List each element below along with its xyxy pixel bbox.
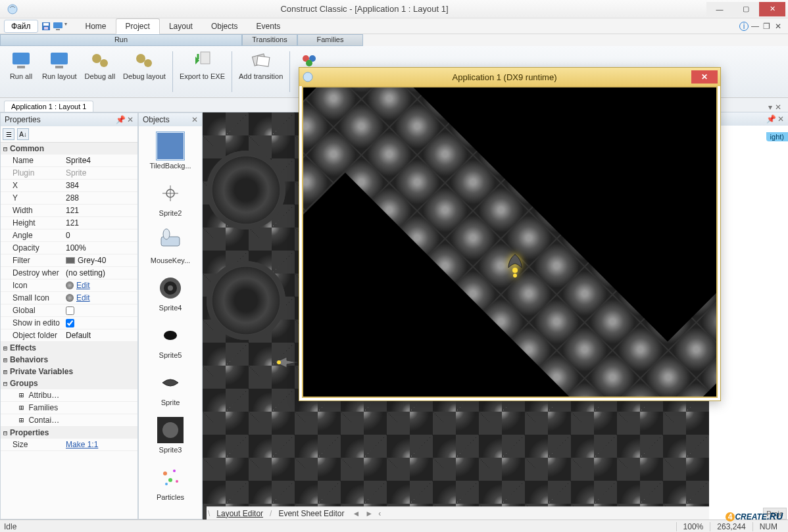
- sphere-icon: [66, 281, 74, 289]
- prop-showineditor-checkbox[interactable]: [66, 319, 74, 327]
- minimize-button[interactable]: —: [706, 2, 733, 16]
- svg-point-34: [173, 470, 176, 472]
- right-close-icon[interactable]: ✕: [777, 114, 784, 124]
- svg-point-12: [136, 54, 145, 63]
- runtime-close-button[interactable]: ✕: [691, 70, 718, 84]
- close-button[interactable]: ✕: [759, 2, 785, 16]
- properties-grid[interactable]: ⊟Common NameSprite4 PluginSprite X384 Y2…: [1, 143, 137, 519]
- prop-width-value[interactable]: 121: [63, 205, 137, 216]
- inner-minimize-icon[interactable]: —: [751, 22, 760, 31]
- svg-point-30: [164, 331, 177, 340]
- prop-filter-value[interactable]: Grey-40: [63, 254, 137, 266]
- prop-global-checkbox[interactable]: [66, 306, 74, 315]
- gears-icon: [89, 50, 111, 71]
- svg-point-39: [303, 72, 312, 82]
- prop-height-value[interactable]: 121: [63, 217, 137, 229]
- object-item-sprite2[interactable]: Sprite2: [140, 176, 201, 224]
- scroll-left-icon[interactable]: ‹: [376, 509, 383, 518]
- categorized-view-icon[interactable]: ☰: [3, 128, 14, 140]
- canvas-gear-sprite-1[interactable]: [207, 151, 285, 230]
- prop-opacity-value[interactable]: 100%: [63, 242, 137, 254]
- monitor-icon[interactable]: [53, 21, 63, 32]
- prop-y-value[interactable]: 288: [63, 192, 137, 204]
- tab-nav-left-icon[interactable]: ◄: [349, 509, 362, 518]
- canvas-ship-sprite[interactable]: [274, 354, 300, 370]
- status-coords: 263,244: [710, 522, 752, 531]
- prop-destroy-value[interactable]: (no setting): [63, 267, 137, 279]
- prop-size-link[interactable]: Make 1:1: [66, 440, 98, 449]
- tab-objects[interactable]: Objects: [202, 19, 247, 34]
- status-numlock: NUM: [752, 522, 784, 531]
- objects-panel: Objects ✕ TiledBackg... Sprite2 MouseKey…: [138, 112, 203, 520]
- svg-point-40: [512, 268, 518, 273]
- ribbon-group-transitions: Transitions: [242, 34, 297, 46]
- svg-point-26: [163, 229, 170, 239]
- svg-rect-3: [44, 27, 48, 30]
- doctab-close-icon[interactable]: ✕: [775, 103, 781, 112]
- export-icon: [191, 50, 212, 71]
- tab-layout[interactable]: Layout: [160, 19, 202, 34]
- statusbar: Idle 100% 263,244 NUM: [0, 520, 788, 532]
- prop-icon-value[interactable]: Edit: [63, 279, 137, 291]
- debug-all-button[interactable]: Debug all: [81, 49, 119, 95]
- svg-point-37: [165, 483, 168, 485]
- alphabetical-view-icon[interactable]: A↓: [17, 128, 29, 140]
- object-item-sprite3[interactable]: Sprite3: [140, 413, 201, 460]
- objects-close-icon[interactable]: ✕: [191, 115, 198, 124]
- runtime-titlebar[interactable]: Application 1 (DX9 runtime) ✕: [299, 68, 720, 86]
- doctab-dropdown-icon[interactable]: ▾: [768, 103, 772, 112]
- prop-x-value[interactable]: 384: [63, 180, 137, 191]
- svg-point-36: [176, 480, 178, 483]
- ribbon-group-families: Families: [297, 34, 363, 46]
- object-item-tiledbackground[interactable]: TiledBackg...: [140, 129, 201, 176]
- object-item-sprite[interactable]: Sprite: [140, 366, 201, 413]
- add-transition-button[interactable]: Add transition: [235, 49, 287, 95]
- object-item-mousekeyboard[interactable]: MouseKey...: [140, 224, 201, 271]
- tab-nav-right-icon[interactable]: ►: [362, 509, 376, 518]
- help-icon[interactable]: i: [739, 22, 749, 31]
- titlebar: Construct Classic - [Application 1 : Lay…: [0, 0, 788, 18]
- svg-point-33: [163, 472, 167, 475]
- runtime-window[interactable]: Application 1 (DX9 runtime) ✕: [299, 67, 721, 401]
- save-icon[interactable]: [41, 21, 51, 32]
- object-item-sprite4[interactable]: Sprite4: [140, 271, 201, 318]
- tab-home[interactable]: Home: [76, 19, 116, 34]
- prop-angle-value[interactable]: 0: [63, 230, 137, 241]
- run-all-button[interactable]: Run all: [4, 49, 38, 95]
- maximize-button[interactable]: ▢: [733, 2, 759, 16]
- gears-layout-icon: [134, 50, 155, 71]
- app-icon: [7, 3, 18, 15]
- svg-point-10: [92, 54, 101, 63]
- run-layout-button[interactable]: Run layout: [38, 49, 81, 95]
- doc-tab-layout[interactable]: Application 1 : Layout 1: [4, 101, 93, 112]
- export-exe-button[interactable]: Export to EXE: [176, 49, 229, 95]
- properties-header: Properties 📌✕: [1, 113, 137, 126]
- svg-rect-2: [43, 23, 49, 26]
- tab-events[interactable]: Events: [247, 19, 290, 34]
- qat-dropdown-icon[interactable]: ▾: [64, 21, 70, 32]
- svg-point-38: [277, 360, 281, 364]
- canvas-gear-sprite-2[interactable]: [207, 261, 285, 340]
- prop-smallicon-value[interactable]: Edit: [63, 292, 137, 304]
- objects-list[interactable]: TiledBackg... Sprite2 MouseKey... Sprite…: [139, 126, 202, 519]
- tab-project[interactable]: Project: [116, 18, 160, 34]
- menubar: Файл ▾ Home Project Layout Objects Event…: [0, 18, 788, 34]
- debug-layout-button[interactable]: Debug layout: [119, 49, 170, 95]
- runtime-viewport[interactable]: [302, 86, 718, 398]
- runtime-ship-sprite: [501, 252, 529, 281]
- canvas-tab-layout[interactable]: Layout Editor: [211, 508, 268, 520]
- svg-point-13: [144, 59, 152, 67]
- panel-close-icon[interactable]: ✕: [127, 115, 134, 124]
- status-idle: Idle: [4, 522, 676, 531]
- inner-close-icon[interactable]: ✕: [775, 22, 784, 31]
- prop-folder-value[interactable]: Default: [63, 329, 137, 341]
- right-pin-icon[interactable]: 📌: [766, 114, 776, 124]
- canvas-tab-events[interactable]: Event Sheet Editor: [273, 508, 349, 520]
- inner-restore-icon[interactable]: ❐: [763, 22, 772, 31]
- prop-name-value[interactable]: Sprite4: [63, 155, 137, 166]
- svg-rect-16: [257, 56, 270, 66]
- file-menu[interactable]: Файл: [4, 20, 38, 33]
- panel-pin-icon[interactable]: 📌: [116, 115, 126, 124]
- object-item-particles[interactable]: Particles: [140, 460, 201, 508]
- object-item-sprite5[interactable]: Sprite5: [140, 318, 201, 366]
